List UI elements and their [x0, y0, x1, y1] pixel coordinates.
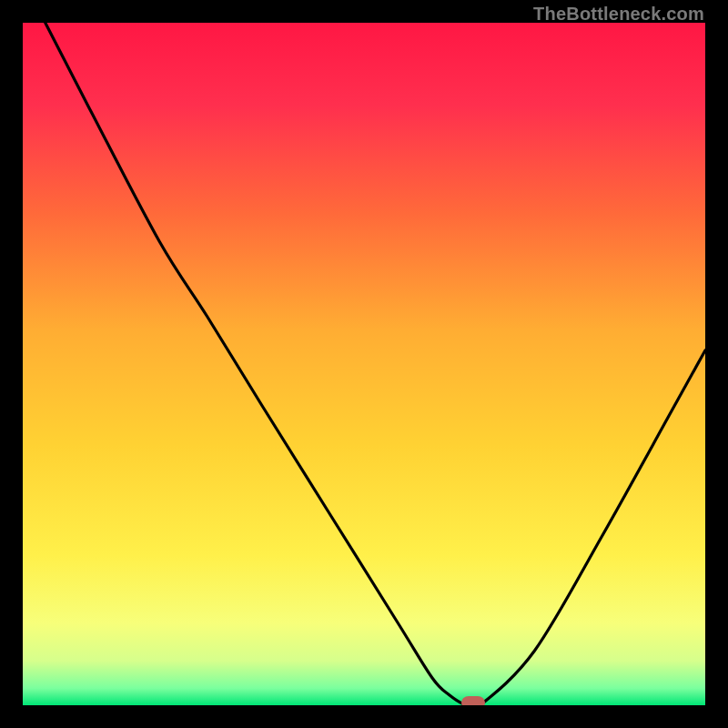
curve-path [46, 23, 705, 705]
chart-frame: TheBottleneck.com [0, 0, 728, 728]
min-marker [461, 696, 485, 705]
watermark-text: TheBottleneck.com [533, 4, 704, 25]
line-chart [23, 23, 705, 705]
plot-area [23, 23, 705, 705]
